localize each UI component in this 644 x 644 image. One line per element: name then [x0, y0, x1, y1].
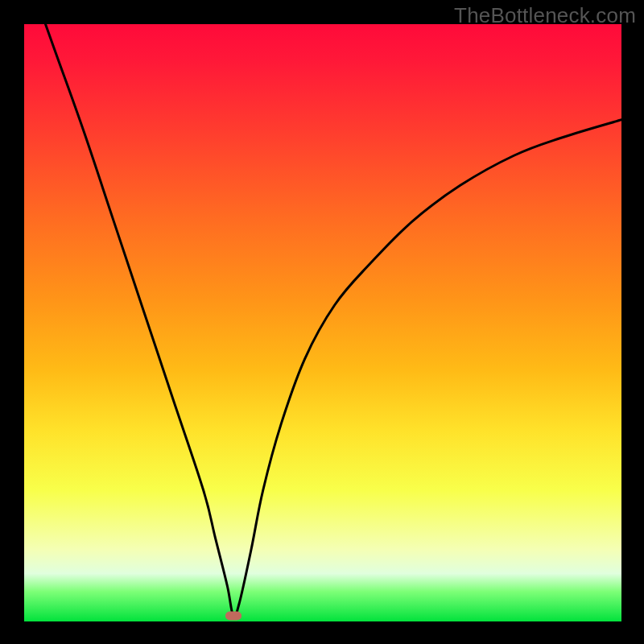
- plot-outer-frame: [24, 24, 621, 621]
- chart-canvas: TheBottleneck.com: [0, 0, 644, 644]
- minimum-marker: [225, 611, 242, 620]
- bottleneck-curve: [24, 24, 621, 621]
